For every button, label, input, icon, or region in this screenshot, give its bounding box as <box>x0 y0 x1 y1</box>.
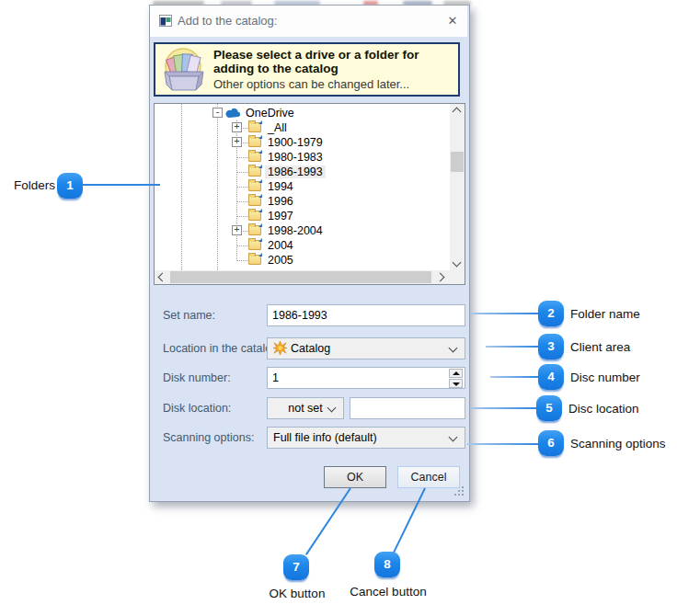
tree-item[interactable]: + 1998-2004 <box>155 223 450 238</box>
tree-item[interactable]: 1997 <box>155 209 450 223</box>
tree-collapse-toggle[interactable]: - <box>212 108 223 118</box>
dialog-title: Add to the catalog: <box>178 6 277 37</box>
tree-item-label: 2005 <box>265 254 296 267</box>
folder-icon <box>248 240 261 250</box>
tree-item-label: 1986-1993 <box>265 165 326 178</box>
disk-location-combobox[interactable]: not set <box>267 397 344 419</box>
callout-label-client-area: Client area <box>570 340 630 354</box>
location-label: Location in the catalog: <box>163 341 281 356</box>
tree-connector <box>237 260 247 261</box>
tree-item-label: OneDrive <box>243 107 297 120</box>
callout-badge-4: 4 <box>538 364 564 390</box>
disk-location-value: not set <box>288 402 323 415</box>
callout-badge-5: 5 <box>536 395 562 421</box>
horizontal-scroll-thumb[interactable] <box>170 271 431 283</box>
callout-badge-8: 8 <box>374 552 400 577</box>
tree-item-selected[interactable]: 1986-1993 <box>155 165 450 179</box>
add-to-catalog-dialog: Add to the catalog: ✕ Please select a dr… <box>149 5 470 502</box>
tree-connector <box>237 172 247 173</box>
tree-connector <box>237 157 247 158</box>
tree-expand-toggle[interactable]: + <box>232 137 242 147</box>
callout-badge-7: 7 <box>283 554 309 580</box>
location-combobox[interactable]: Catalog <box>267 337 465 359</box>
ok-button[interactable]: OK <box>324 466 386 488</box>
tree-item[interactable]: + 1900-1979 <box>155 135 450 150</box>
disk-location-label: Disk location: <box>163 401 231 416</box>
folder-icon <box>248 225 261 235</box>
folder-icon <box>248 255 261 265</box>
tree-item-label: 1994 <box>265 180 296 193</box>
app-icon <box>159 15 172 27</box>
vertical-scroll-thumb[interactable] <box>451 152 464 172</box>
callout-label-disc-location: Disc location <box>568 402 639 416</box>
chevron-down-icon <box>327 404 337 413</box>
tree-item-label: 1996 <box>265 195 296 208</box>
triangle-down-icon <box>453 382 460 386</box>
callout-badge-2: 2 <box>538 301 564 326</box>
callout-label-disc-number: Disc number <box>570 371 640 384</box>
tree-item[interactable]: 2005 <box>155 253 450 268</box>
tree-item-onedrive[interactable]: - OneDrive <box>155 106 450 120</box>
chevron-right-icon <box>436 273 445 282</box>
tree-item[interactable]: + _All <box>155 120 450 135</box>
onedrive-cloud-icon <box>225 108 241 119</box>
folder-icon <box>248 181 261 191</box>
tree-item[interactable]: 1996 <box>155 194 450 209</box>
disk-number-label: Disk number: <box>163 371 231 385</box>
banner-subtitle: Other options can be changed later... <box>213 77 460 91</box>
spin-down-button[interactable] <box>449 379 463 388</box>
tree-item-label: 1980-1983 <box>265 151 326 164</box>
help-page-canvas: Add to the catalog: ✕ Please select a dr… <box>0 0 677 616</box>
banner-title: Please select a drive or a folder for ad… <box>213 48 462 75</box>
callout-label-folder-name: Folder name <box>570 307 640 321</box>
set-name-input[interactable] <box>267 304 465 326</box>
catalog-box-icon <box>160 47 208 93</box>
spinner-buttons <box>449 369 464 387</box>
folder-tree: - OneDrive + _All + 1900-1979 <box>154 103 465 285</box>
cancel-button[interactable]: Cancel <box>397 466 460 488</box>
folder-icon <box>248 196 261 206</box>
scroll-up-button[interactable] <box>450 104 465 117</box>
chevron-down-icon <box>449 433 458 442</box>
dialog-titlebar: Add to the catalog: ✕ <box>150 6 467 37</box>
callout-badge-1: 1 <box>57 173 83 199</box>
scanning-options-value: Full file info (default) <box>273 431 377 444</box>
disk-number-stepper[interactable]: 1 <box>267 367 465 389</box>
tree-expand-toggle[interactable]: + <box>232 122 242 132</box>
folder-icon <box>248 166 261 177</box>
scrollbar-corner <box>450 270 465 284</box>
tree-expand-toggle[interactable]: + <box>232 225 242 235</box>
scroll-left-button[interactable] <box>155 270 169 284</box>
close-icon[interactable]: ✕ <box>443 12 462 30</box>
catalog-star-icon <box>273 341 287 355</box>
vertical-scrollbar[interactable] <box>450 104 465 270</box>
folder-icon <box>248 137 261 147</box>
callout-label-folders: Folders <box>7 178 55 192</box>
callout-line-4 <box>490 376 538 378</box>
chevron-down-icon <box>453 258 462 268</box>
tree-item-label: 1997 <box>265 210 296 222</box>
callout-label-cancel-button: Cancel button <box>348 585 429 599</box>
folder-icon <box>248 152 261 162</box>
tree-item-label: 1900-1979 <box>265 136 326 149</box>
tree-item[interactable]: 1980-1983 <box>155 150 450 165</box>
callout-badge-6: 6 <box>538 430 564 456</box>
folder-tree-rows: - OneDrive + _All + 1900-1979 <box>155 104 450 270</box>
scroll-right-button[interactable] <box>435 270 450 284</box>
resize-grip-icon[interactable] <box>454 486 456 488</box>
instruction-banner: Please select a drive or a folder for ad… <box>154 42 460 97</box>
spin-up-button[interactable] <box>449 369 463 378</box>
scanning-options-combobox[interactable]: Full file info (default) <box>267 427 465 449</box>
disk-number-value: 1 <box>272 371 279 384</box>
horizontal-scrollbar[interactable] <box>155 270 450 284</box>
callout-label-ok-button: OK button <box>265 587 329 600</box>
folder-icon <box>248 122 261 132</box>
disk-location-text-input[interactable] <box>350 397 465 419</box>
callout-line-3 <box>486 346 538 348</box>
callout-line-1 <box>83 184 160 186</box>
tree-item[interactable]: 1994 <box>155 179 450 194</box>
scroll-down-button[interactable] <box>450 257 465 270</box>
chevron-down-icon <box>449 344 458 353</box>
tree-item-label: 1998-2004 <box>265 224 326 237</box>
tree-item[interactable]: 2004 <box>155 238 450 253</box>
